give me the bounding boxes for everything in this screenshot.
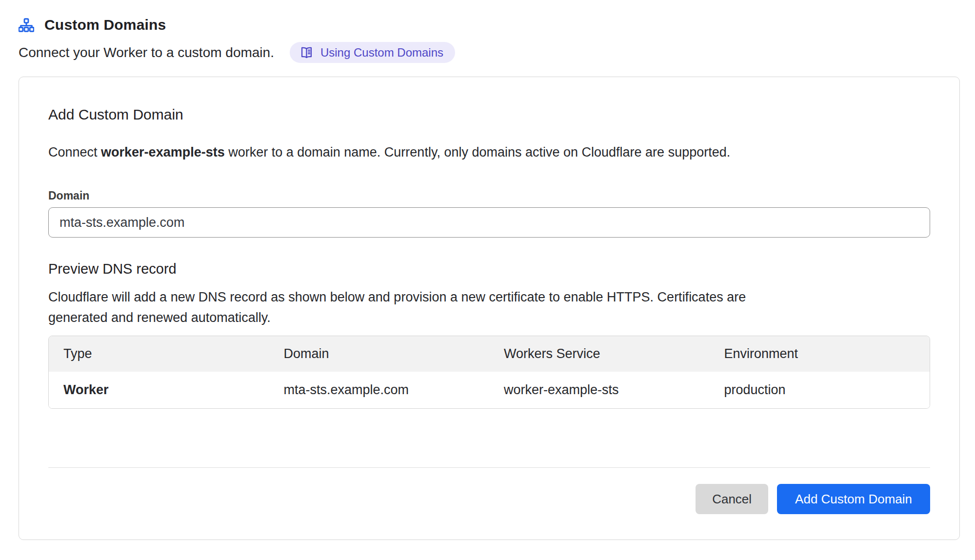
cell-type: Worker	[49, 372, 269, 408]
docs-link-label: Using Custom Domains	[320, 46, 443, 60]
page-subtitle: Connect your Worker to a custom domain.	[19, 45, 274, 60]
preview-dns-heading: Preview DNS record	[48, 261, 930, 277]
cell-domain: mta-sts.example.com	[269, 372, 490, 408]
add-custom-domain-button[interactable]: Add Custom Domain	[777, 484, 930, 514]
column-header-type: Type	[49, 336, 269, 372]
domain-field-label: Domain	[48, 189, 930, 202]
panel-description: Connect worker-example-sts worker to a d…	[48, 142, 930, 162]
preview-dns-description: Cloudflare will add a new DNS record as …	[48, 287, 760, 328]
cell-workers-service: worker-example-sts	[489, 372, 710, 408]
cell-environment: production	[710, 372, 930, 408]
table-header-row: Type Domain Workers Service Environment	[49, 336, 930, 372]
cancel-button[interactable]: Cancel	[696, 484, 768, 514]
column-header-workers-service: Workers Service	[489, 336, 710, 372]
description-prefix: Connect	[48, 145, 101, 160]
description-suffix: worker to a domain name. Currently, only…	[225, 145, 731, 160]
footer-divider	[48, 467, 930, 468]
worker-name: worker-example-sts	[101, 145, 225, 160]
page-title: Custom Domains	[44, 17, 166, 33]
table-row: Worker mta-sts.example.com worker-exampl…	[49, 372, 930, 408]
column-header-environment: Environment	[710, 336, 930, 372]
dns-preview-table: Type Domain Workers Service Environment …	[48, 336, 930, 409]
page-subheader: Connect your Worker to a custom domain. …	[19, 42, 960, 63]
panel-heading: Add Custom Domain	[48, 106, 930, 123]
domain-input[interactable]	[48, 207, 930, 238]
footer-actions: Cancel Add Custom Domain	[48, 484, 930, 514]
add-custom-domain-panel: Add Custom Domain Connect worker-example…	[19, 77, 960, 540]
page-header: Custom Domains	[19, 17, 960, 33]
open-book-icon	[299, 45, 314, 60]
custom-domains-page: Custom Domains Connect your Worker to a …	[0, 0, 975, 540]
column-header-domain: Domain	[269, 336, 490, 372]
docs-link-badge[interactable]: Using Custom Domains	[290, 42, 455, 63]
sitemap-icon	[19, 18, 34, 32]
